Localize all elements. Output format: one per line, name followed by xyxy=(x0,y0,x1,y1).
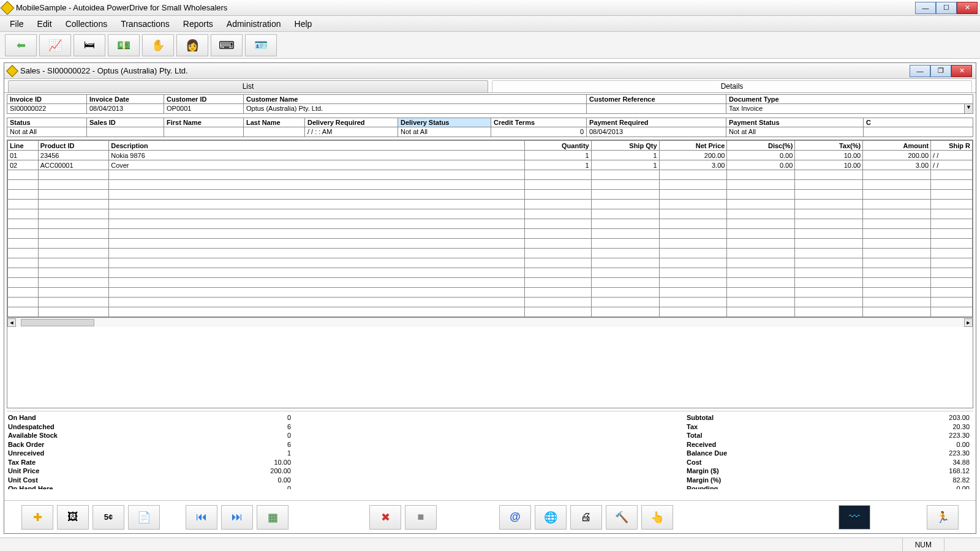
delivery-required-value[interactable]: / / : : AM xyxy=(304,127,398,137)
cell-line[interactable]: 02 xyxy=(8,160,39,170)
scroll-track[interactable] xyxy=(16,318,964,327)
cell-tax[interactable] xyxy=(795,219,863,229)
cell-description[interactable]: Nokia 9876 xyxy=(109,151,525,160)
cell-ship_qty[interactable]: 1 xyxy=(591,160,659,170)
cell-quantity[interactable] xyxy=(525,180,592,190)
cell-product_id[interactable] xyxy=(38,249,108,258)
cell-description[interactable] xyxy=(109,200,525,209)
cell-description[interactable]: Cover xyxy=(109,160,525,170)
invoice-date-value[interactable]: 08/04/2013 xyxy=(86,104,164,114)
cell-ship_qty[interactable] xyxy=(591,307,659,317)
cell-product_id[interactable] xyxy=(38,278,108,288)
table-row[interactable] xyxy=(8,180,973,190)
cell-quantity[interactable] xyxy=(525,268,592,278)
cell-disc[interactable] xyxy=(727,268,795,278)
menu-collections[interactable]: Collections xyxy=(59,17,113,31)
cell-line[interactable] xyxy=(8,298,39,307)
invoice-id-value[interactable]: SI00000022 xyxy=(7,104,86,114)
cell-tax[interactable]: 10.00 xyxy=(795,151,863,160)
cell-line[interactable] xyxy=(8,219,39,229)
cell-quantity[interactable]: 1 xyxy=(525,151,592,160)
cell-disc[interactable]: 0.00 xyxy=(727,151,795,160)
cell-description[interactable] xyxy=(109,190,525,200)
cell-quantity[interactable] xyxy=(525,307,592,317)
col-description[interactable]: Description xyxy=(109,141,525,151)
cell-product_id[interactable] xyxy=(38,209,108,219)
cell-product_id[interactable]: ACC00001 xyxy=(38,160,108,170)
cell-amount[interactable] xyxy=(863,190,931,200)
cell-product_id[interactable] xyxy=(38,180,108,190)
id-card-icon[interactable]: 🪪 xyxy=(245,34,277,56)
last-name-value[interactable] xyxy=(243,127,304,137)
browser-icon[interactable]: 🌐 xyxy=(535,505,567,530)
cell-product_id[interactable] xyxy=(38,200,108,209)
table-row[interactable] xyxy=(8,268,973,278)
cell-line[interactable] xyxy=(8,170,39,180)
cell-amount[interactable] xyxy=(863,307,931,317)
cell-ship_qty[interactable] xyxy=(591,288,659,298)
cell-product_id[interactable] xyxy=(38,288,108,298)
cell-disc[interactable] xyxy=(727,249,795,258)
cell-tax[interactable]: 10.00 xyxy=(795,160,863,170)
cell-quantity[interactable] xyxy=(525,190,592,200)
cell-ship_qty[interactable] xyxy=(591,268,659,278)
first-name-value[interactable] xyxy=(164,127,243,137)
cell-ship_r[interactable] xyxy=(931,200,973,209)
money-icon[interactable]: 💵 xyxy=(108,34,140,56)
child-minimize-button[interactable]: — xyxy=(910,65,930,77)
stop-icon[interactable]: ■ xyxy=(405,505,437,530)
c-value[interactable] xyxy=(863,127,973,137)
cell-tax[interactable] xyxy=(795,288,863,298)
cell-ship_r[interactable] xyxy=(931,219,973,229)
cell-tax[interactable] xyxy=(795,307,863,317)
table-row[interactable] xyxy=(8,249,973,258)
cell-line[interactable] xyxy=(8,209,39,219)
person-icon[interactable]: 👩 xyxy=(176,34,208,56)
table-row[interactable] xyxy=(8,190,973,200)
cell-tax[interactable] xyxy=(795,209,863,219)
cell-ship_qty[interactable] xyxy=(591,200,659,209)
cell-description[interactable] xyxy=(109,229,525,239)
cell-net_price[interactable] xyxy=(659,180,727,190)
cell-quantity[interactable] xyxy=(525,229,592,239)
cell-quantity[interactable] xyxy=(525,258,592,268)
cell-net_price[interactable] xyxy=(659,288,727,298)
cell-description[interactable] xyxy=(109,258,525,268)
cell-tax[interactable] xyxy=(795,258,863,268)
add-row-icon[interactable]: ▦ xyxy=(257,505,288,530)
cell-net_price[interactable] xyxy=(659,229,727,239)
cell-quantity[interactable] xyxy=(525,170,592,180)
cell-ship_r[interactable] xyxy=(931,170,973,180)
cell-net_price[interactable] xyxy=(659,258,727,268)
cell-product_id[interactable] xyxy=(38,190,108,200)
cell-amount[interactable] xyxy=(863,258,931,268)
cell-ship_qty[interactable]: 1 xyxy=(591,151,659,160)
cell-net_price[interactable] xyxy=(659,298,727,307)
last-icon[interactable]: ⏭ xyxy=(221,505,253,530)
cell-quantity[interactable] xyxy=(525,209,592,219)
cancel-icon[interactable]: ✖ xyxy=(369,505,401,530)
cell-ship_qty[interactable] xyxy=(591,229,659,239)
cell-net_price[interactable] xyxy=(659,200,727,209)
cell-net_price[interactable] xyxy=(659,278,727,288)
cell-product_id[interactable] xyxy=(38,307,108,317)
cell-product_id[interactable] xyxy=(38,298,108,307)
cell-amount[interactable] xyxy=(863,200,931,209)
menu-reports[interactable]: Reports xyxy=(177,17,219,31)
cell-quantity[interactable] xyxy=(525,200,592,209)
cell-net_price[interactable] xyxy=(659,190,727,200)
close-button[interactable]: ✕ xyxy=(957,2,978,14)
cell-tax[interactable] xyxy=(795,268,863,278)
cell-tax[interactable] xyxy=(795,180,863,190)
table-row[interactable]: 02ACC00001Cover113.000.0010.003.00/ / xyxy=(8,160,973,170)
maximize-button[interactable]: ☐ xyxy=(936,2,957,14)
cell-tax[interactable] xyxy=(795,278,863,288)
cell-ship_qty[interactable] xyxy=(591,219,659,229)
horizontal-scrollbar[interactable]: ◄ ► xyxy=(7,317,973,327)
cell-ship_qty[interactable] xyxy=(591,190,659,200)
cell-net_price[interactable] xyxy=(659,268,727,278)
cell-amount[interactable] xyxy=(863,229,931,239)
terminal-icon[interactable]: 〰 xyxy=(839,505,870,530)
email-icon[interactable]: @ xyxy=(499,505,531,530)
cell-net_price[interactable] xyxy=(659,170,727,180)
